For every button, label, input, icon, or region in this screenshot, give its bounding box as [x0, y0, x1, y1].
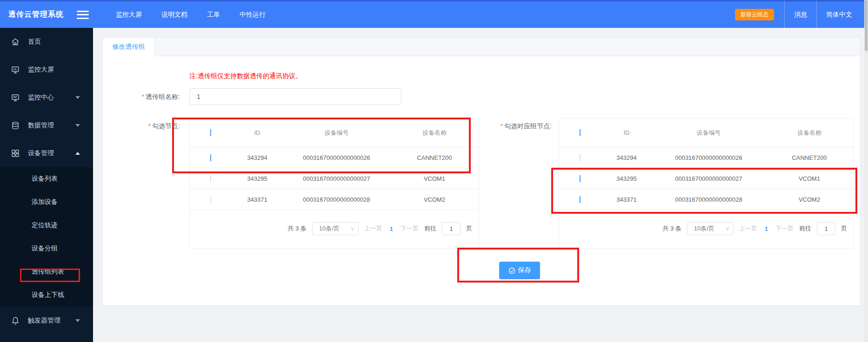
goto-page-input[interactable] — [817, 222, 835, 235]
hamburger-menu-icon[interactable] — [77, 11, 89, 19]
cell-device-no: 00031670000000000026 — [652, 154, 765, 161]
group-nodes-table-panel: ID 设备编号 设备名称 343294 00031670000000000026… — [559, 118, 854, 249]
pagination-total: 共 3 条 — [662, 224, 681, 233]
cell-id: 343294 — [601, 154, 652, 161]
row-checkbox[interactable] — [210, 175, 211, 182]
sidebar-item-label: 首页 — [28, 38, 41, 46]
sidebar-item-label: 设备管理 — [28, 149, 54, 158]
goto-unit: 页 — [466, 224, 472, 233]
page-size-select[interactable]: 10条/页∨ — [312, 222, 359, 235]
chevron-up-icon — [75, 152, 80, 155]
current-page[interactable]: 1 — [388, 225, 395, 232]
column-header-id: ID — [601, 129, 652, 136]
column-header-device-name: 设备名称 — [765, 129, 854, 137]
pagination: 共 3 条 10条/页∨ 上一页 1 下一页 前往 页 — [662, 219, 847, 238]
circle-check-icon — [508, 267, 515, 274]
top-menu-item-monitor-screen[interactable]: 监控大屏 — [116, 11, 142, 19]
sidebar-item-label: 触发器管理 — [28, 316, 60, 325]
sidebar: 首页 监控大屏 监控中心 数据管理 设备管理 设备列表 添加设备 定位轨迹 设备… — [0, 28, 93, 342]
cell-id: 343371 — [232, 196, 283, 203]
protocol-note: 注:透传组仅支持数据透传的通讯协议。 — [189, 72, 302, 80]
row-checkbox[interactable] — [580, 175, 581, 182]
goto-page-input[interactable] — [442, 222, 461, 235]
scrollbar-thumb[interactable] — [865, 0, 868, 51]
navbar-right: 新版云组态 消息 简体中文 — [735, 1, 861, 28]
page-size-select[interactable]: 10条/页∨ — [687, 222, 734, 235]
table-header-row: ID 设备编号 设备名称 — [559, 118, 854, 147]
row-checkbox[interactable] — [210, 154, 211, 161]
required-mark: * — [142, 93, 144, 100]
goto-label: 前往 — [799, 224, 811, 233]
cell-device-no: 00031670000000000028 — [283, 196, 390, 203]
sidebar-item-location-track[interactable]: 定位轨迹 — [0, 214, 93, 237]
sidebar-item-device-management[interactable]: 设备管理 — [0, 139, 93, 167]
prev-page-button[interactable]: 上一页 — [739, 224, 757, 233]
cell-id: 343294 — [232, 154, 283, 161]
select-all-checkbox[interactable] — [210, 129, 211, 136]
current-page[interactable]: 1 — [763, 225, 770, 232]
next-page-button[interactable]: 下一页 — [775, 224, 794, 233]
page-scrollbar[interactable] — [864, 0, 868, 342]
row-checkbox[interactable] — [580, 196, 581, 203]
cell-device-name: CANNET200 — [390, 154, 479, 161]
sidebar-item-add-device[interactable]: 添加设备 — [0, 191, 93, 214]
database-icon — [11, 121, 20, 130]
top-menu-item-docs[interactable]: 说明文档 — [161, 11, 187, 19]
chevron-down-icon: ∨ — [351, 226, 354, 232]
sidebar-item-label: 监控大屏 — [28, 66, 54, 74]
sidebar-item-home[interactable]: 首页 — [0, 28, 93, 56]
cell-device-name: VCOM1 — [765, 175, 854, 182]
cell-id: 343295 — [232, 175, 283, 182]
table-row: 343294 00031670000000000026 CANNET200 — [559, 147, 854, 168]
chevron-down-icon: ∨ — [726, 226, 729, 232]
language-link[interactable]: 简体中文 — [817, 1, 861, 28]
top-menu-item-workorder[interactable]: 工单 — [207, 11, 220, 19]
row-checkbox[interactable] — [210, 196, 211, 203]
new-scada-button[interactable]: 新版云组态 — [735, 9, 774, 20]
bell-icon — [11, 316, 20, 325]
monitor-center-icon — [11, 93, 20, 102]
next-page-button[interactable]: 下一页 — [401, 224, 419, 233]
grid-icon — [11, 149, 20, 158]
top-menu-item-neutral-run[interactable]: 中性运行 — [240, 11, 266, 19]
home-icon — [11, 38, 20, 46]
sidebar-item-trigger-management[interactable]: 触发器管理 — [0, 307, 93, 335]
nodes-table-panel: ID 设备编号 设备名称 343294 00031670000000000026… — [189, 118, 479, 249]
chevron-down-icon — [75, 124, 80, 127]
chevron-down-icon — [75, 319, 80, 322]
tab-bar: 修改透传组 — [103, 38, 860, 56]
device-management-submenu: 设备列表 添加设备 定位轨迹 设备分组 透传组列表 设备上下线 — [0, 167, 93, 307]
pagination: 共 3 条 10条/页∨ 上一页 1 下一页 前往 页 — [287, 219, 472, 238]
app-title: 透传云管理系统 — [8, 10, 64, 20]
sidebar-item-data-management[interactable]: 数据管理 — [0, 112, 93, 139]
sidebar-item-monitor-center[interactable]: 监控中心 — [0, 84, 93, 112]
prev-page-button[interactable]: 上一页 — [364, 224, 382, 233]
check-nodes-label: *勾选节点: — [103, 122, 180, 131]
sidebar-item-device-on-offline[interactable]: 设备上下线 — [0, 283, 93, 307]
monitor-screen-icon — [11, 66, 20, 74]
pagination-total: 共 3 条 — [287, 224, 306, 233]
cell-device-name: VCOM2 — [765, 196, 854, 203]
cell-device-name: VCOM1 — [390, 175, 479, 182]
column-header-device-no: 设备编号 — [652, 129, 765, 137]
messages-link[interactable]: 消息 — [785, 1, 816, 28]
select-all-checkbox[interactable] — [580, 129, 581, 136]
sidebar-item-device-group[interactable]: 设备分组 — [0, 237, 93, 260]
cell-device-no: 00031670000000000026 — [283, 154, 390, 161]
sidebar-item-device-list[interactable]: 设备列表 — [0, 167, 93, 191]
goto-label: 前往 — [424, 224, 436, 233]
sidebar-item-passthrough-group-list[interactable]: 透传组列表 — [0, 260, 93, 283]
sidebar-item-monitor-screen[interactable]: 监控大屏 — [0, 56, 93, 84]
group-name-input[interactable] — [189, 88, 401, 105]
cell-device-name: CANNET200 — [765, 154, 854, 161]
cell-device-no: 00031670000000000027 — [283, 175, 390, 182]
table-row: 343295 00031670000000000027 VCOM1 — [559, 168, 854, 189]
column-header-device-no: 设备编号 — [283, 129, 390, 137]
tab-edit-passthrough-group[interactable]: 修改透传组 — [103, 38, 155, 56]
row-checkbox[interactable] — [580, 154, 581, 161]
sidebar-item-label: 数据管理 — [28, 121, 54, 130]
cell-device-no: 00031670000000000027 — [652, 175, 765, 182]
top-menu: 监控大屏 说明文档 工单 中性运行 — [116, 11, 266, 19]
table-row: 343294 00031670000000000026 CANNET200 — [190, 147, 479, 168]
save-button[interactable]: 保存 — [499, 262, 540, 279]
